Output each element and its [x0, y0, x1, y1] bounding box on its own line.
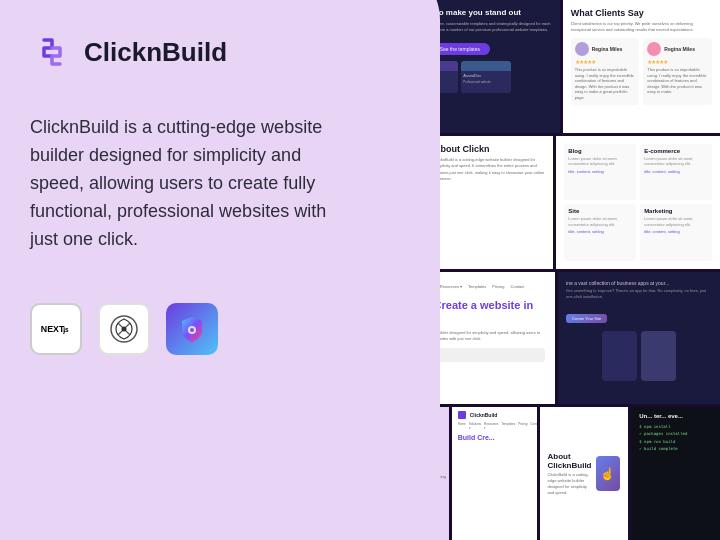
row-1: designed to make you stand out Save time…	[360, 0, 720, 133]
terminal-label: Un... ter... eve...	[639, 413, 712, 419]
left-panel: ClicknBuild ClicknBuild is a cutting-edg…	[0, 0, 360, 540]
shield-logo	[166, 303, 218, 355]
testimonials-screenshot: What Clients Say Client satisfaction is …	[563, 0, 720, 133]
bottom-about2: About ClicknBuild ClicknBuild is a cutti…	[540, 407, 629, 540]
bottom-about2-title: About ClicknBuild	[548, 452, 592, 470]
about-text: ClicknBuild is a cutting-edge website bu…	[434, 157, 545, 183]
bottom-phone-icon: ☝️	[596, 456, 621, 491]
logo-icon	[30, 30, 74, 74]
business-sub: Got something to improve? There's an app…	[566, 288, 712, 300]
row-2: ☝️ About Clickn ClicknBuild is a cutting…	[360, 136, 720, 269]
reviewer-avatar-1	[575, 42, 589, 56]
phone-mockup-icon: ☝️	[371, 167, 426, 237]
create-btn[interactable]: See the templates	[370, 373, 426, 385]
testimonials-title: What Clients Say	[571, 8, 712, 18]
svg-point-4	[122, 327, 127, 332]
description-text: ClicknBuild is a cutting-edge website bu…	[30, 114, 330, 253]
screenshots-panel: designed to make you stand out Save time…	[360, 0, 720, 540]
svg-text:js: js	[62, 326, 69, 334]
service-ecommerce: E-commerce Lorem ipsum dolor sit amet, c…	[640, 144, 712, 200]
search-placeholder: Search for a template	[376, 353, 414, 358]
svg-point-6	[190, 328, 194, 332]
tech-logos-row: NEXT. js	[30, 303, 330, 355]
banner-screenshot: designed to make you stand out Save time…	[360, 0, 560, 133]
reviewer-name-1: Regina Miles	[592, 46, 623, 52]
services-screenshot: Blog Lorem ipsum dolor sit amet, consect…	[556, 136, 720, 269]
terminal-lines: $ npm install ✓ packages installed $ npm…	[639, 423, 712, 452]
nextjs-logo: NEXT. js	[30, 303, 82, 355]
banner-sub: Save time and choose one of our 500 free…	[368, 21, 552, 32]
create-text: ClicknBuild is a cutting-edge website bu…	[370, 330, 545, 342]
svg-rect-0	[30, 30, 74, 74]
reviewer-text-2: This product is so improbable using. I r…	[647, 67, 708, 95]
reviewer-name-2: Regina Miles	[664, 46, 695, 52]
reviewer-stars-2: ★★★★★	[647, 58, 708, 65]
banner-title: designed to make you stand out	[368, 8, 552, 17]
service-blog: Blog Lorem ipsum dolor sit amet, consect…	[564, 144, 636, 200]
about-title: About Clickn	[434, 144, 545, 154]
testimonials-sub: Client satisfaction is our top priority.…	[571, 21, 712, 33]
see-templates-btn[interactable]: See the templates	[430, 43, 490, 55]
service-marketing: Marketing Lorem ipsum dolor sit amet, co…	[640, 204, 712, 260]
bottom-nav: ClicknBuild HomeSolutions ▾Resources ▾Te…	[452, 407, 537, 540]
create-screenshot: Solutions ▾Resources ▾Resources ▾Templat…	[360, 272, 555, 405]
svg-text:NEXT.: NEXT.	[41, 324, 66, 334]
reviewer-stars-1: ★★★★★	[575, 58, 636, 65]
row-4: about ClicknBuild Solutions ▾Resources ▾…	[360, 407, 720, 540]
bottom-about-label: about ClicknBuild	[368, 463, 441, 472]
reviewer-avatar-2	[647, 42, 661, 56]
bottom-terminal: Un... ter... eve... $ npm install ✓ pack…	[631, 407, 720, 540]
search-bar[interactable]: Search for a template	[370, 348, 545, 362]
business-title: ine a vast collection of business apps a…	[566, 280, 712, 286]
openai-logo	[98, 303, 150, 355]
business-screenshot: ine a vast collection of business apps a…	[558, 272, 720, 405]
about-screenshot: ☝️ About Clickn ClicknBuild is a cutting…	[360, 136, 553, 269]
service-site: Site Lorem ipsum dolor sit amet, consect…	[564, 204, 636, 260]
logo-area: ClicknBuild	[30, 30, 330, 74]
reviewer-text-1: This product is so improbable using. I r…	[575, 67, 636, 101]
row-3: Solutions ▾Resources ▾Resources ▾Templat…	[360, 272, 720, 405]
logo-text: ClicknBuild	[84, 37, 227, 68]
bottom-about: about ClicknBuild Solutions ▾Resources ▾…	[360, 407, 449, 540]
create-title: ClicknBuild Create a website in One Clic…	[370, 298, 545, 327]
business-btn[interactable]: Create Your Site	[566, 314, 607, 323]
